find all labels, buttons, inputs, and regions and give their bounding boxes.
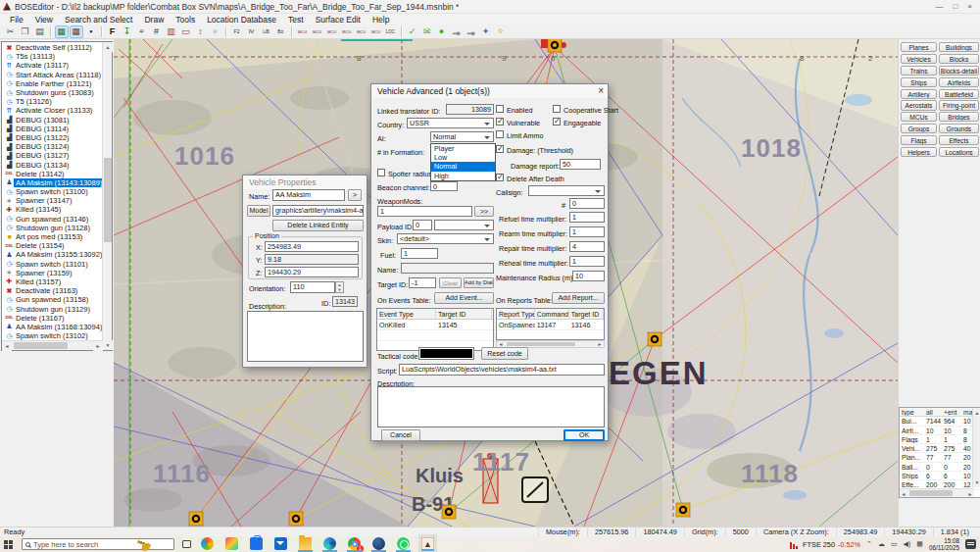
rearm-field[interactable]: 1 <box>569 226 605 237</box>
palette-button-artillery[interactable]: Artillery <box>901 89 937 99</box>
tactical-code-swatch[interactable] <box>418 347 474 360</box>
tree-item[interactable]: ◷Shutdown gun (13129) <box>2 304 102 313</box>
events-table[interactable]: Event TypeTarget ID OnKilled13145 <box>376 308 494 351</box>
scroll-up-icon[interactable]: ▲ <box>103 42 113 52</box>
notification-center-icon[interactable] <box>965 539 976 549</box>
tree-item[interactable]: ◷T5s (13113) <box>2 52 102 61</box>
target-id-field[interactable]: -1 <box>409 277 436 288</box>
scroll-down-icon[interactable]: ▼ <box>103 340 113 350</box>
taskbar-steam-icon[interactable] <box>372 537 385 550</box>
country-select[interactable]: USSR <box>407 118 494 128</box>
palette-button-mcus[interactable]: MCUs <box>901 112 937 122</box>
tree-horizontal-scrollbar[interactable]: ◄ ► <box>2 340 103 350</box>
minimize-button[interactable]: — <box>935 2 943 11</box>
palette-button-locations[interactable]: Locations <box>939 147 979 157</box>
cooperative-start-checkbox[interactable] <box>553 105 561 113</box>
tree-item[interactable]: ◷Start Attack Areas (13118) <box>2 71 102 79</box>
palette-button-blocks-detail[interactable]: Blocks-detail <box>939 66 979 75</box>
palette-button-trains[interactable]: Trains <box>901 66 937 75</box>
tree-item[interactable]: ▟DEBUG (13122) <box>2 133 102 142</box>
mcu-filter-icon[interactable]: F2 <box>230 25 244 38</box>
autolabel-icon[interactable]: 4² <box>135 25 149 38</box>
palette-button-groups[interactable]: Groups <box>901 124 937 133</box>
tree-item[interactable]: ✚Killed (13145) <box>2 205 102 214</box>
aa-gun-marker[interactable] <box>189 512 203 526</box>
palette-button-effects[interactable]: Effects <box>939 135 979 145</box>
z-field[interactable]: 194430.29 <box>265 267 359 277</box>
taskbar-copilot-icon[interactable] <box>201 537 214 550</box>
counts-row[interactable]: Ball...0020 <box>900 463 980 472</box>
tree-item[interactable]: ◷T5 (13126) <box>2 97 102 106</box>
scrollbar-thumb[interactable] <box>14 342 68 349</box>
tree-item[interactable]: ▟DEBUG (13134) <box>2 160 102 169</box>
mail-check-icon[interactable]: ✉ <box>420 25 434 38</box>
check-icon[interactable]: ✓ <box>406 25 419 38</box>
payload-select[interactable] <box>434 220 494 230</box>
tree-item[interactable]: ⇈Activate (13117) <box>2 61 102 70</box>
key-icon[interactable]: ✧ <box>494 25 508 38</box>
menu-help[interactable]: Help <box>367 15 395 25</box>
tree-item[interactable]: ◷Shutdown guns (13083) <box>2 88 102 97</box>
enabled-checkbox[interactable] <box>496 105 504 113</box>
add-by-dialog-button[interactable]: Add by Dialog <box>464 277 494 288</box>
add-event-button[interactable]: Add Event... <box>434 292 494 304</box>
menu-search-and-select[interactable]: Search and Select <box>59 15 138 25</box>
palette-button-helpers[interactable]: Helpers <box>901 147 937 157</box>
menu-draw[interactable]: Draw <box>138 15 170 25</box>
tree-item[interactable]: ◷Enable Farther (13121) <box>2 79 102 88</box>
vulnerable-checkbox[interactable] <box>496 118 504 125</box>
palette-button-vehicles[interactable]: Vehicles <box>901 54 937 64</box>
grid-icon[interactable]: # <box>150 25 164 38</box>
tree-item[interactable]: ▟DEBUG (13124) <box>2 142 102 151</box>
name-field[interactable]: AA Maksim <box>272 189 345 201</box>
bt-icon[interactable]: ✦ <box>479 25 493 38</box>
reheal-field[interactable]: 1 <box>569 256 605 267</box>
dialog-title[interactable]: Vehicle Properties <box>243 176 367 189</box>
search-highlight-icon[interactable] <box>137 537 151 551</box>
menu-tools[interactable]: Tools <box>170 15 201 25</box>
mcu-button-2[interactable]: MCU <box>311 25 324 38</box>
stairs-b-icon[interactable]: ▂▄ <box>465 25 478 38</box>
ai-option-normal[interactable]: Normal <box>431 162 495 171</box>
menu-view[interactable]: View <box>29 15 59 25</box>
ai-dropdown-list[interactable]: PlayerLowNormalHigh <box>430 143 496 181</box>
x-field[interactable]: 254983.49 <box>265 241 359 252</box>
table-row[interactable]: OnKilled13145 <box>377 320 493 330</box>
palette-button-battlefield[interactable]: Battlefield <box>939 89 979 99</box>
counts-row[interactable]: Flags118 <box>900 435 980 444</box>
taskbar-browser-icon[interactable]: 1 <box>348 537 361 550</box>
ruler-icon[interactable]: ▥ <box>165 25 178 38</box>
reset-code-button[interactable]: Reset code <box>481 347 528 360</box>
counts-row[interactable]: Ships6610 <box>900 472 980 480</box>
ai-option-low[interactable]: Low <box>431 153 495 162</box>
model-field[interactable]: graphics\artillery\maksim4-aa\maksim4-aa <box>272 205 364 217</box>
counts-horizontal-scrollbar[interactable]: ◄ ► <box>900 488 974 497</box>
payload-field[interactable]: 0 <box>413 220 432 230</box>
weaponmods-button[interactable]: >> <box>474 206 494 217</box>
tree-item[interactable]: ■Art pos med (13153) <box>2 232 102 241</box>
close-icon[interactable]: × <box>598 85 604 96</box>
tree-item[interactable]: ⇈Activate Closer (13133) <box>2 106 102 115</box>
display-icon[interactable]: ▭ <box>891 540 898 548</box>
delete-after-death-checkbox[interactable] <box>496 174 504 181</box>
script-field[interactable]: LuaScripts\WorldObjects\vehicles\maksim4… <box>399 364 605 376</box>
loc-button[interactable]: LOC <box>384 25 398 38</box>
mcu-button-1[interactable]: MCU <box>296 25 310 38</box>
palette-button-blocks[interactable]: Blocks <box>939 54 979 64</box>
taskbar-clock[interactable]: 15:08 06/11/2025 <box>929 537 959 551</box>
fuel-field[interactable]: 1 <box>401 248 438 259</box>
tree-item[interactable]: ◷Spawn switch (13100) <box>2 187 102 196</box>
mast-tool-icon[interactable]: ↕ <box>194 25 208 38</box>
aa-gun-marker[interactable] <box>648 332 662 346</box>
scroll-left-icon[interactable]: ◄ <box>900 489 907 497</box>
reports-table[interactable]: Report TypeCommand IDTarget ID OnSpawned… <box>496 308 605 340</box>
description-field[interactable] <box>247 311 364 362</box>
tree-item[interactable]: ◷Spawn switch (13102) <box>2 331 102 340</box>
adv-description-field[interactable] <box>377 386 605 427</box>
ai-select[interactable]: Normal <box>430 131 494 142</box>
palette-button-buildings[interactable]: Buildings <box>939 42 979 52</box>
tree-item[interactable]: ◷Spawn switch (13101) <box>2 260 102 269</box>
clear-button[interactable]: Clear <box>439 277 462 288</box>
tree-item[interactable]: DELDelete (13142) <box>2 170 102 178</box>
damage-threshold-checkbox[interactable] <box>496 145 504 153</box>
